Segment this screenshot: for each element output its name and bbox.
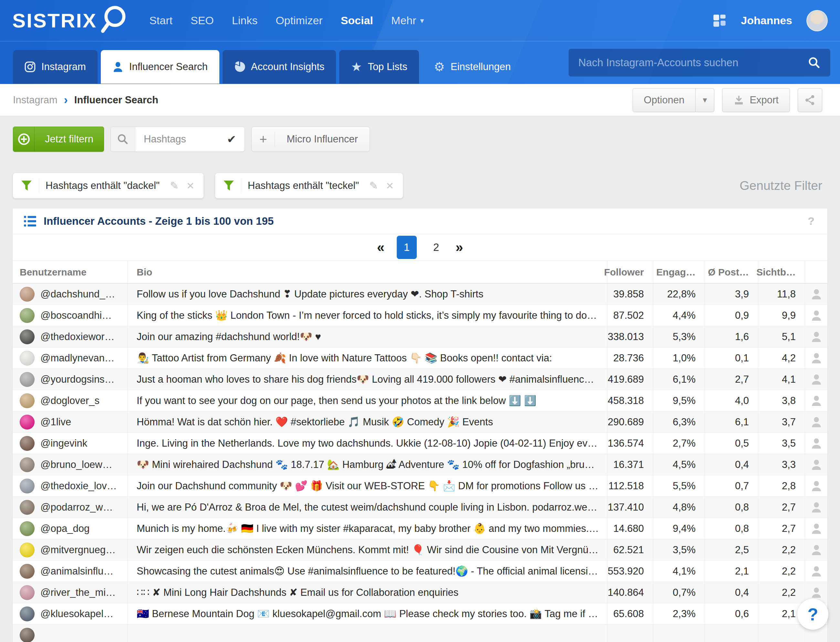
account-handle[interactable]: @opa_dog [41, 523, 89, 535]
account-handle[interactable]: @thedoxiewor… [41, 331, 115, 343]
column-header-benutzername[interactable]: Benutzername [13, 261, 127, 283]
username[interactable]: Johannes [741, 14, 792, 27]
sistrix-logo[interactable]: SISTRIX [12, 6, 129, 35]
open-profile-button[interactable] [805, 518, 827, 539]
column-header-follower[interactable]: Follower [607, 261, 653, 283]
nav-item-optimizer[interactable]: Optimizer [276, 14, 322, 27]
nav-item-social[interactable]: Social [341, 14, 373, 27]
table-row[interactable]: @thedoxiewor…Join our amazing #dachshund… [13, 326, 827, 347]
open-profile-button[interactable] [805, 412, 827, 433]
account-handle[interactable]: @dachshund_… [41, 289, 115, 300]
open-profile-button[interactable] [805, 475, 827, 496]
open-profile-button[interactable] [805, 347, 827, 368]
avatar[interactable] [20, 543, 34, 558]
options-button[interactable]: Optionen ▾ [633, 88, 715, 112]
micro-influencer-button[interactable]: + Micro Influencer [251, 126, 370, 152]
share-button[interactable] [798, 88, 822, 112]
panel-help-icon[interactable]: ? [808, 215, 814, 227]
edit-filter-icon[interactable]: ✎ [363, 180, 378, 192]
table-row[interactable]: @ingevinkInge. Living in the Netherlands… [13, 433, 827, 454]
tab-instagram[interactable]: Instagram [13, 50, 97, 84]
column-header-avg-posts[interactable]: Ø Post… [705, 261, 758, 283]
search-input[interactable] [578, 57, 808, 69]
avatar[interactable] [20, 372, 34, 387]
nav-item-links[interactable]: Links [232, 14, 257, 27]
table-row[interactable]: @boscoandhi…King of the sticks 👑 London … [13, 305, 827, 326]
filter-now-button[interactable]: Jetzt filtern [13, 126, 104, 152]
open-profile-button[interactable] [805, 433, 827, 454]
avatar[interactable] [20, 521, 34, 536]
open-profile-button[interactable] [805, 284, 827, 305]
avatar[interactable] [20, 457, 34, 472]
column-header-sichtbarkeit[interactable]: Sichtb… [758, 261, 805, 283]
open-profile-button[interactable] [805, 561, 827, 582]
avatar[interactable] [20, 308, 34, 323]
avatar[interactable] [20, 478, 34, 493]
avatar[interactable] [20, 287, 34, 302]
options-caret-icon[interactable]: ▾ [695, 89, 714, 112]
table-row[interactable]: @mitvergnueg…Wir zeigen euch die schönst… [13, 539, 827, 561]
pagination-page-1[interactable]: 1 [397, 236, 417, 259]
edit-filter-icon[interactable]: ✎ [164, 180, 179, 192]
avatar[interactable] [20, 329, 34, 344]
avatar[interactable] [20, 585, 34, 600]
tab-influencer-search[interactable]: Influencer Search [101, 50, 219, 84]
export-button[interactable]: Export [722, 88, 790, 112]
table-row[interactable]: @opa_dogMunich is my home.🍻 🇩🇪 I live wi… [13, 518, 827, 539]
table-row[interactable]: @yourdogsins…Just a hooman who loves to … [13, 369, 827, 390]
account-handle[interactable]: @doglover_s [41, 395, 99, 407]
open-profile-button[interactable] [805, 369, 827, 390]
table-row[interactable]: @thedoxie_lov…Join our Dachshund communi… [13, 475, 827, 497]
apps-grid-icon[interactable] [712, 13, 726, 28]
tab-account-insights[interactable]: Account Insights [223, 50, 336, 84]
pagination-page-2[interactable]: 2 [429, 241, 443, 253]
nav-item-mehr[interactable]: Mehr▾ [391, 14, 424, 27]
avatar[interactable] [20, 606, 34, 621]
avatar[interactable] [20, 393, 34, 408]
table-row[interactable] [13, 624, 827, 642]
table-row[interactable]: @madlynevan…👨‍🎨 Tattoo Artist from Germa… [13, 347, 827, 369]
open-profile-button[interactable] [805, 326, 827, 347]
account-handle[interactable]: @yourdogsins… [41, 374, 115, 385]
avatar[interactable] [20, 500, 34, 515]
table-row[interactable]: @1liveHömma! Wat is dat schön hier. ❤️ #… [13, 412, 827, 433]
avatar[interactable] [20, 564, 34, 579]
avatar[interactable] [20, 351, 34, 366]
account-handle[interactable]: @river_the_mi… [41, 587, 116, 598]
user-avatar[interactable] [806, 10, 828, 31]
table-row[interactable]: @dachshund_…Follow us if you love Dachsh… [13, 284, 827, 305]
open-profile-button[interactable] [805, 305, 827, 326]
open-profile-button[interactable] [805, 497, 827, 518]
nav-item-seo[interactable]: SEO [191, 14, 214, 27]
account-handle[interactable]: @madlynevan… [41, 352, 115, 364]
avatar[interactable] [20, 415, 34, 430]
nav-item-start[interactable]: Start [149, 14, 172, 27]
avatar[interactable] [20, 436, 34, 451]
table-row[interactable]: @doglover_sIf you want to see your dog o… [13, 390, 827, 412]
remove-filter-icon[interactable]: ✕ [378, 180, 403, 191]
table-row[interactable]: @kluesokapel…🇦🇺 Bernese Mountain Dog 📧 k… [13, 603, 827, 624]
avatar[interactable] [20, 628, 34, 642]
account-handle[interactable]: @animalsinflu… [41, 566, 114, 577]
account-handle[interactable]: @podarroz_w… [41, 501, 113, 513]
remove-filter-icon[interactable]: ✕ [179, 180, 203, 191]
account-handle[interactable]: @thedoxie_lov… [41, 480, 117, 492]
account-handle[interactable]: @1live [41, 416, 71, 428]
open-profile-button[interactable] [805, 390, 827, 411]
account-handle[interactable]: @kluesokapel… [41, 608, 114, 620]
table-row[interactable]: @podarroz_w…Hi, we are Pó D'Arroz & Broa… [13, 497, 827, 518]
table-row[interactable]: @bruno_loew…🐶 Mini wirehaired Dachshund … [13, 454, 827, 475]
pagination-next[interactable]: » [455, 241, 463, 254]
open-profile-button[interactable] [805, 454, 827, 475]
search-icon[interactable] [808, 56, 821, 69]
table-row[interactable]: @river_the_mi…∷∷ ✘ Mini Long Hair Dachsh… [13, 582, 827, 603]
account-handle[interactable]: @bruno_loew… [41, 459, 112, 470]
account-handle[interactable]: @boscoandhi… [41, 310, 112, 321]
account-handle[interactable]: @ingevink [41, 438, 87, 449]
column-header-engagement[interactable]: Engag… [653, 261, 705, 283]
tab-top-lists[interactable]: ★ Top Lists [339, 50, 419, 84]
account-handle[interactable]: @mitvergnueg… [41, 544, 116, 556]
help-fab-button[interactable]: ? [797, 599, 829, 630]
filter-field-selector[interactable]: Hashtags ✔ [110, 126, 245, 152]
pagination-prev[interactable]: « [377, 241, 385, 254]
